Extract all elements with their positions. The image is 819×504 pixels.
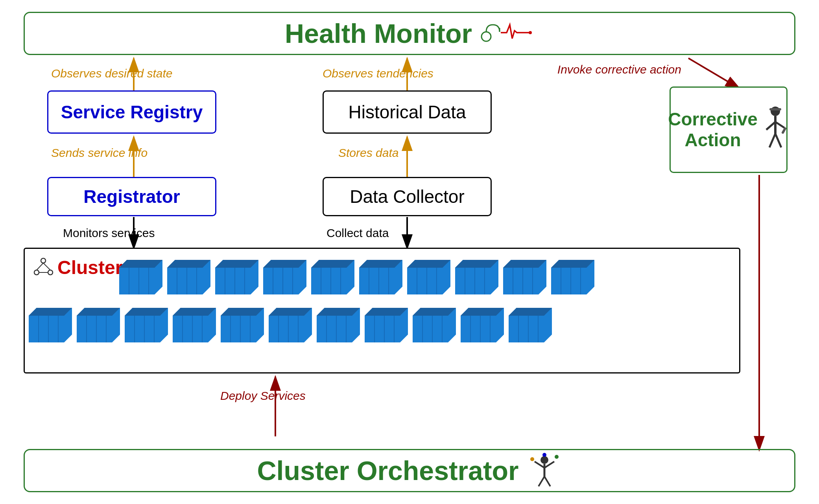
svg-point-18 — [771, 107, 780, 116]
data-collector-label: Data Collector — [350, 186, 464, 207]
svg-line-29 — [37, 263, 43, 270]
collect-data-label: Collect data — [326, 226, 389, 240]
registrator-box: Registrator — [47, 177, 216, 216]
svg-point-143 — [530, 457, 534, 461]
svg-line-30 — [43, 263, 50, 270]
svg-line-13 — [688, 58, 740, 88]
svg-point-27 — [34, 270, 39, 275]
svg-line-22 — [775, 122, 784, 128]
historical-data-label: Historical Data — [348, 101, 466, 123]
svg-point-17 — [529, 31, 532, 34]
cluster-orchestrator-label: Cluster Orchestrator — [257, 455, 518, 486]
sends-service-info-label: Sends service info — [51, 146, 148, 160]
registrator-label: Registrator — [83, 186, 180, 207]
cluster-orchestrator-box: Cluster Orchestrator — [24, 449, 795, 492]
svg-rect-19 — [769, 108, 781, 110]
service-registry-label: Service Registry — [61, 101, 203, 123]
historical-data-box: Historical Data — [323, 90, 492, 134]
health-monitor-box: Health Monitor — [24, 12, 795, 55]
svg-point-144 — [555, 455, 559, 459]
observes-desired-state-label: Observes desired state — [51, 67, 172, 80]
svg-point-15 — [481, 32, 491, 41]
svg-line-25 — [775, 134, 781, 147]
health-monitor-label: Health Monitor — [285, 17, 534, 50]
svg-line-146 — [539, 476, 544, 486]
svg-line-147 — [544, 476, 550, 486]
invoke-corrective-action-label: Invoke corrective action — [557, 63, 681, 76]
svg-point-26 — [41, 258, 46, 263]
diagram-wrapper: Health Monitor Observes desired state — [0, 0, 819, 504]
health-monitor-icon — [479, 17, 534, 50]
monitors-services-label: Monitors services — [63, 226, 155, 240]
cluster-text: Cluster — [57, 257, 122, 278]
svg-point-139 — [540, 456, 548, 464]
cluster-label: Cluster — [33, 257, 122, 278]
svg-point-28 — [48, 270, 53, 275]
corrective-action-label: Corrective Action — [668, 109, 758, 151]
deploy-services-label: Deploy Services — [220, 389, 306, 403]
data-collector-box: Data Collector — [323, 177, 492, 216]
stores-data-label: Stores data — [338, 146, 398, 160]
observes-tendencies-label: Observes tendencies — [323, 67, 433, 80]
svg-line-24 — [769, 134, 775, 147]
svg-point-145 — [542, 453, 546, 457]
cluster-box: Cluster — [24, 248, 740, 373]
service-registry-box: Service Registry — [47, 90, 216, 134]
corrective-action-box: Corrective Action — [670, 86, 788, 173]
svg-line-21 — [766, 122, 775, 130]
health-monitor-text: Health Monitor — [285, 18, 472, 49]
